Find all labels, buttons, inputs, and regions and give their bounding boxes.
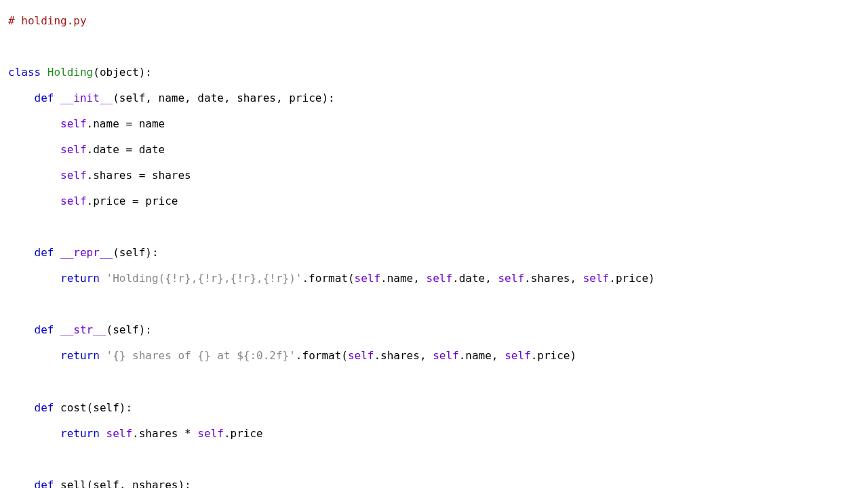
method-sell: sell bbox=[60, 479, 87, 488]
kw-class: class bbox=[8, 66, 41, 79]
dunder-init: __init__ bbox=[60, 92, 113, 104]
dunder-str: __str__ bbox=[60, 323, 106, 336]
code-editor[interactable]: # holding.py class Holding(object): def … bbox=[0, 0, 868, 488]
class-name: Holding bbox=[47, 66, 93, 79]
comment-line: # holding.py bbox=[8, 14, 87, 27]
method-cost: cost bbox=[60, 401, 87, 414]
dunder-repr: __repr__ bbox=[60, 246, 113, 259]
kw-def: def bbox=[35, 92, 54, 104]
